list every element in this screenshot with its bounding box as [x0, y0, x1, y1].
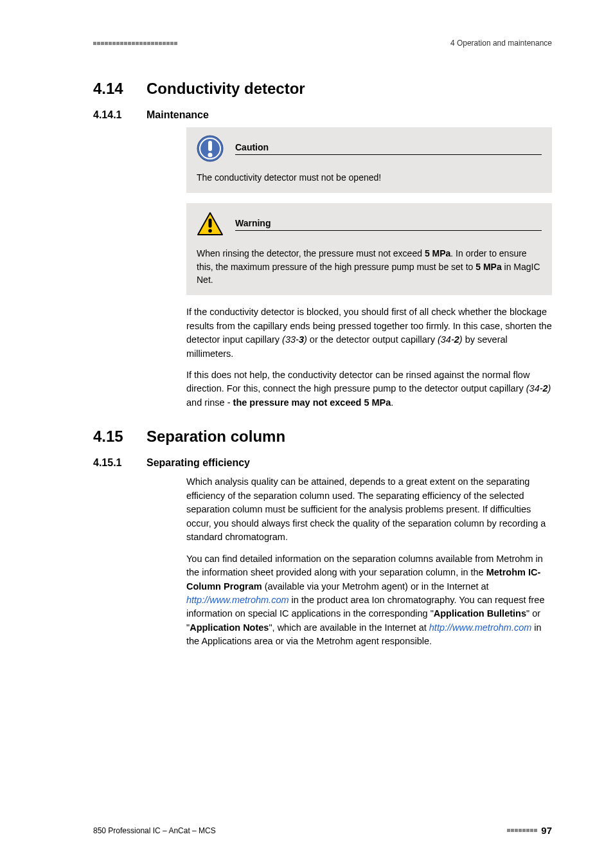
subsection-title: Separating efficiency — [147, 457, 250, 469]
subsection-number: 4.15.1 — [93, 457, 129, 469]
subsection-title: Maintenance — [147, 109, 209, 121]
svg-rect-5 — [209, 219, 212, 228]
svg-point-3 — [208, 153, 213, 158]
svg-point-6 — [208, 229, 212, 233]
section-title: Conductivity detector — [147, 80, 305, 98]
section-number: 4.14 — [93, 80, 129, 98]
warning-body: When rinsing the detector, the pressure … — [197, 247, 542, 286]
page-number: 97 — [541, 825, 552, 836]
subsection-4151-heading: 4.15.1 Separating efficiency — [93, 457, 552, 469]
paragraph-3: Which analysis quality can be attained, … — [186, 475, 552, 544]
link-metrohm-2[interactable]: http://www.metrohm.com — [429, 622, 532, 633]
caution-title: Caution — [235, 142, 542, 155]
footer-squares — [507, 829, 537, 832]
subsection-4141-heading: 4.14.1 Maintenance — [93, 109, 552, 121]
section-number: 4.15 — [93, 428, 129, 446]
warning-callout: Warning When rinsing the detector, the p… — [186, 203, 552, 295]
paragraph-1: If the conductivity detector is blocked,… — [186, 305, 552, 361]
header-chapter: 4 Operation and maintenance — [450, 39, 552, 48]
paragraph-2: If this does not help, the conductivity … — [186, 368, 552, 410]
warning-title: Warning — [235, 218, 542, 231]
section-414-heading: 4.14 Conductivity detector — [93, 80, 552, 98]
page-footer: 850 Professional IC – AnCat – MCS 97 — [93, 825, 552, 836]
caution-icon — [197, 135, 224, 162]
caution-callout: Caution The conductivity detector must n… — [186, 127, 552, 193]
page-header: 4 Operation and maintenance — [93, 39, 552, 48]
link-metrohm-1[interactable]: http://www.metrohm.com — [186, 595, 289, 605]
paragraph-4: You can find detailed information on the… — [186, 552, 552, 649]
section-415-heading: 4.15 Separation column — [93, 428, 552, 446]
section-title: Separation column — [147, 428, 285, 446]
header-squares — [93, 42, 177, 45]
subsection-number: 4.14.1 — [93, 109, 129, 121]
caution-body: The conductivity detector must not be op… — [197, 171, 542, 184]
footer-doc-title: 850 Professional IC – AnCat – MCS — [93, 826, 216, 835]
svg-rect-2 — [208, 141, 212, 151]
warning-icon — [197, 211, 224, 238]
